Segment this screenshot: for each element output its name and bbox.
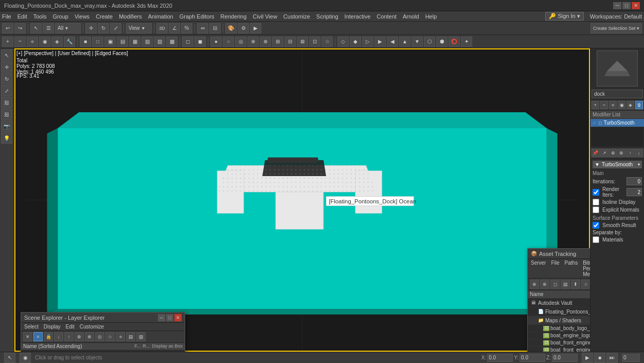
icon-b6[interactable]: ▧ bbox=[141, 37, 153, 47]
ts-smooth-checkbox[interactable] bbox=[593, 222, 599, 229]
coord-x-input[interactable] bbox=[487, 354, 513, 362]
icon-d6[interactable]: ⊞ bbox=[272, 37, 283, 47]
redo-button[interactable]: ↪ bbox=[14, 23, 26, 33]
icon-e9[interactable]: ⬢ bbox=[436, 37, 448, 47]
mod-display-btn[interactable]: ◈ bbox=[627, 101, 634, 109]
asset-body[interactable]: 🏛 Autodesk Vault Logged 📄 Floating_Ponto… bbox=[528, 299, 590, 352]
asset-row-img4[interactable]: 🖼 boat_front_engine_white_Reflection.png… bbox=[528, 347, 590, 352]
scene-minimize-btn[interactable]: ─ bbox=[158, 314, 165, 321]
btn-angle-snap[interactable]: ∠ bbox=[169, 23, 180, 33]
scene-menu-display[interactable]: Display bbox=[44, 324, 61, 330]
next-frame-btn[interactable]: ⏭ bbox=[606, 353, 618, 363]
create-icon[interactable]: + bbox=[2, 37, 13, 47]
icon-e10[interactable]: ⭕ bbox=[449, 37, 460, 47]
filter-dropdown[interactable]: All ▾ bbox=[55, 23, 81, 33]
scene-tb-btn-7[interactable]: ◎ bbox=[95, 332, 104, 341]
icon-d10[interactable]: ☆ bbox=[321, 37, 333, 47]
mod-paste-btn[interactable]: ⊗ bbox=[617, 149, 625, 157]
asset-menu-server[interactable]: Server bbox=[531, 260, 546, 277]
close-button[interactable]: ✕ bbox=[632, 2, 640, 9]
scene-body[interactable]: 👁 🔓 ▶ ◈ Bollards ❄ ● ≡ 👁 🔓 ◻ bo bbox=[21, 350, 185, 352]
icon-e7[interactable]: ▼ bbox=[412, 37, 423, 47]
icon-d1[interactable]: ● bbox=[210, 37, 222, 47]
icon-e2[interactable]: ◆ bbox=[350, 37, 361, 47]
asset-tb-2[interactable]: ⊗ bbox=[540, 280, 549, 289]
bottom-select-btn[interactable]: ↖ bbox=[4, 353, 15, 363]
ts-render-checkbox[interactable] bbox=[593, 189, 599, 196]
left-scale-btn[interactable]: ⤢ bbox=[1, 85, 12, 96]
scene-tb-btn-2[interactable]: 🔒 bbox=[44, 332, 53, 341]
icon-e6[interactable]: ▲ bbox=[399, 37, 410, 47]
sign-in-button[interactable]: 🔑 Sign In ▾ bbox=[545, 12, 583, 21]
icon-e3[interactable]: ▷ bbox=[362, 37, 373, 47]
icon-b2[interactable]: □ bbox=[92, 37, 103, 47]
icon-e5[interactable]: ◀ bbox=[387, 37, 398, 47]
view-dropdown[interactable]: View ▾ bbox=[126, 23, 152, 33]
mod-make-ref-btn[interactable]: ↗ bbox=[600, 149, 609, 157]
asset-menu-file[interactable]: File bbox=[551, 260, 559, 277]
render-setup-button[interactable]: ⚙ bbox=[238, 23, 249, 33]
scene-tb-btn-3[interactable]: ↓ bbox=[54, 332, 63, 341]
align-button[interactable]: ⊟ bbox=[209, 23, 221, 33]
asset-row-maxfile[interactable]: 📄 Floating_Pontoons_Dock_max_vray.max Ne… bbox=[528, 307, 590, 316]
mod-move-down-btn[interactable]: ↓ bbox=[635, 149, 643, 157]
menu-create[interactable]: Create bbox=[96, 13, 113, 20]
menu-edit[interactable]: Edit bbox=[17, 13, 27, 20]
asset-row-maps-folder[interactable]: 📁 Maps / Shaders bbox=[528, 316, 590, 325]
scale-button[interactable]: ⤢ bbox=[110, 23, 121, 33]
ts-explicit-checkbox[interactable] bbox=[593, 206, 599, 213]
mirror-button[interactable]: ⇔ bbox=[197, 23, 208, 33]
asset-tb-6[interactable]: ☆ bbox=[581, 280, 590, 289]
menu-animation[interactable]: Animation bbox=[148, 13, 173, 20]
asset-row-img1[interactable]: 🖼 boat_body_logo_white_Diffuse.png Found bbox=[528, 325, 590, 332]
asset-row-img3[interactable]: 🖼 boat_front_engine_white_Diffuse.png Fo… bbox=[528, 339, 590, 347]
hierarchy-icon[interactable]: ⎆ bbox=[27, 37, 38, 47]
asset-menu-bitmap[interactable]: Bitmap Performance and Memory bbox=[583, 260, 590, 277]
asset-tb-5[interactable]: ⬆ bbox=[571, 280, 580, 289]
icon-d2[interactable]: ○ bbox=[223, 37, 234, 47]
menu-rendering[interactable]: Rendering bbox=[221, 13, 247, 20]
icon-d7[interactable]: ⊟ bbox=[284, 37, 296, 47]
scene-tb-btn-9[interactable]: ⎆ bbox=[116, 332, 125, 341]
modify-icon[interactable]: ~ bbox=[14, 37, 26, 47]
left-unlink-btn[interactable]: ⛓ bbox=[1, 109, 12, 120]
icon-e11[interactable]: ✦ bbox=[461, 37, 472, 47]
icon-e4[interactable]: ▶ bbox=[374, 37, 386, 47]
mod-move-up-btn[interactable]: ↑ bbox=[626, 149, 634, 157]
menu-file[interactable]: File bbox=[2, 13, 11, 20]
icon-d5[interactable]: ⊗ bbox=[260, 37, 271, 47]
menu-help[interactable]: Help bbox=[425, 13, 437, 20]
scene-tb-btn-11[interactable]: ▧ bbox=[136, 332, 146, 341]
play-btn[interactable]: ▶ bbox=[582, 353, 593, 363]
move-button[interactable]: ✛ bbox=[85, 23, 97, 33]
asset-tb-1[interactable]: ⊕ bbox=[530, 280, 539, 289]
bottom-anim-btn[interactable]: ◉ bbox=[20, 353, 31, 363]
icon-d8[interactable]: ⊠ bbox=[297, 37, 308, 47]
mod-motion-btn[interactable]: ◉ bbox=[618, 101, 625, 109]
asset-menu-paths[interactable]: Paths bbox=[565, 260, 578, 277]
left-rotate-btn[interactable]: ↻ bbox=[1, 73, 12, 84]
scene-maximize-btn[interactable]: □ bbox=[166, 314, 173, 321]
scene-tb-btn-6[interactable]: ⊗ bbox=[85, 332, 94, 341]
icon-d4[interactable]: ⊕ bbox=[247, 37, 259, 47]
coord-y-input[interactable] bbox=[520, 354, 545, 362]
icon-e8[interactable]: ⬡ bbox=[424, 37, 435, 47]
object-name-field[interactable]: dock bbox=[592, 90, 643, 98]
asset-row-img2[interactable]: 🖼 boat_engine_logo_Diffuse.png Found bbox=[528, 332, 590, 339]
menu-content[interactable]: Content bbox=[377, 13, 397, 20]
stop-btn[interactable]: ■ bbox=[594, 353, 605, 363]
icon-b1[interactable]: ■ bbox=[80, 37, 91, 47]
select-button[interactable]: ↖ bbox=[30, 23, 42, 33]
menu-group[interactable]: Group bbox=[52, 13, 68, 20]
left-select-btn[interactable]: ↖ bbox=[1, 49, 12, 61]
scene-tb-btn-layers[interactable]: ≡ bbox=[33, 332, 43, 341]
motion-icon[interactable]: ◉ bbox=[39, 37, 50, 47]
render-button[interactable]: ▶ bbox=[250, 23, 261, 33]
scene-row-bollards[interactable]: 👁 🔓 ▶ ◈ Bollards ❄ ● ≡ bbox=[21, 350, 185, 352]
menu-modifiers[interactable]: Modifiers bbox=[119, 13, 142, 20]
coord-z-input[interactable] bbox=[552, 354, 578, 362]
icon-e1[interactable]: ◇ bbox=[337, 37, 349, 47]
rotate-button[interactable]: ↻ bbox=[98, 23, 109, 33]
scene-tb-btn-5[interactable]: ⊕ bbox=[75, 332, 84, 341]
icon-b3[interactable]: ▣ bbox=[104, 37, 116, 47]
